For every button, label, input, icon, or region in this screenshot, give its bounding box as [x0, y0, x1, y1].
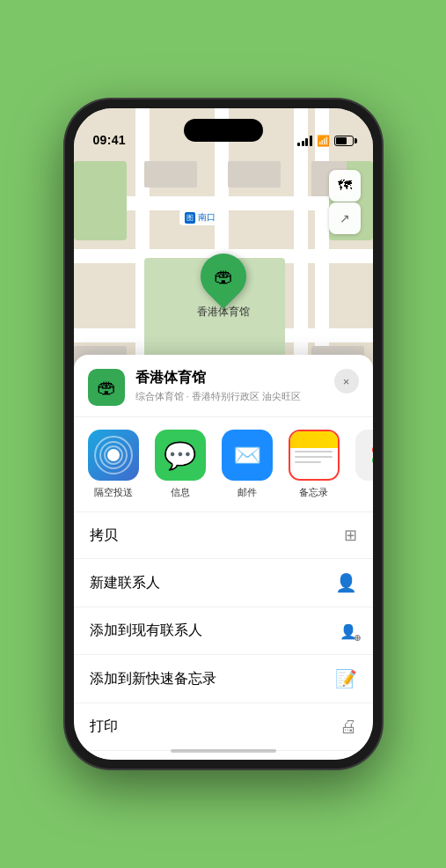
- venue-icon: 🏟: [88, 369, 125, 406]
- messages-icon-wrap: 💬: [155, 430, 206, 481]
- more-dots: [372, 446, 373, 464]
- signal-icon: [297, 136, 312, 146]
- new-contact-icon: 👤: [335, 572, 357, 593]
- mail-label: 邮件: [238, 486, 257, 499]
- venue-info: 香港体育馆 综合体育馆 · 香港特别行政区 油尖旺区: [135, 369, 324, 403]
- bottom-sheet: 🏟 香港体育馆 综合体育馆 · 香港特别行政区 油尖旺区 ×: [74, 355, 373, 760]
- location-button[interactable]: ↗: [329, 202, 361, 234]
- airdrop-label: 隔空投送: [94, 486, 133, 499]
- mail-icon-wrap: ✉️: [222, 430, 273, 481]
- messages-label: 信息: [171, 486, 190, 499]
- action-print[interactable]: 打印 🖨: [74, 703, 373, 751]
- copy-icon: ⊞: [344, 526, 357, 545]
- stadium-marker: 🏟 香港体育馆: [197, 254, 250, 320]
- add-existing-icon: 👤⊕: [340, 621, 357, 641]
- airdrop-icon: [88, 430, 139, 481]
- action-quicknote[interactable]: 添加到新快速备忘录 📝: [74, 655, 373, 703]
- marker-pin-icon: 🏟: [214, 265, 233, 288]
- phone-screen: 09:41 📶: [74, 108, 373, 760]
- status-icons: 📶: [297, 135, 354, 147]
- notes-lines: [295, 451, 333, 463]
- wifi-icon: 📶: [317, 135, 330, 147]
- share-item-messages[interactable]: 💬 信息: [150, 430, 211, 499]
- more-icon-wrap: [355, 430, 373, 481]
- status-time: 09:41: [93, 133, 126, 147]
- add-existing-label: 添加到现有联系人: [90, 622, 202, 640]
- quicknote-label: 添加到新快速备忘录: [90, 670, 216, 688]
- venue-header: 🏟 香港体育馆 综合体育馆 · 香港特别行政区 油尖旺区 ×: [74, 355, 373, 417]
- new-contact-label: 新建联系人: [90, 574, 160, 592]
- copy-label: 拷贝: [90, 526, 118, 545]
- map-controls: 🗺 ↗: [329, 170, 361, 234]
- dynamic-island: [184, 119, 263, 142]
- action-new-contact[interactable]: 新建联系人 👤: [74, 559, 373, 607]
- airdrop-icon-wrap: [88, 430, 139, 481]
- marker-pin: 🏟: [191, 244, 256, 309]
- share-item-notes[interactable]: 备忘录: [283, 430, 345, 499]
- map-view-button[interactable]: 🗺: [329, 170, 361, 202]
- close-button[interactable]: ×: [334, 369, 359, 394]
- battery-icon: [334, 136, 354, 146]
- action-copy[interactable]: 拷贝 ⊞: [74, 512, 373, 559]
- notes-top-bar: [290, 431, 338, 448]
- share-item-mail[interactable]: ✉️ 邮件: [216, 430, 278, 499]
- action-list: 拷贝 ⊞ 新建联系人 👤 添加到现有联系人 👤⊕ 添加到新快速备忘录 📝: [74, 512, 373, 751]
- phone-frame: 09:41 📶: [65, 99, 382, 769]
- print-icon: 🖨: [340, 717, 357, 737]
- quicknote-icon: 📝: [335, 668, 357, 689]
- print-label: 打印: [90, 717, 118, 736]
- share-item-airdrop[interactable]: 隔空投送: [83, 430, 144, 499]
- south-entrance-label: 南口: [179, 210, 221, 225]
- share-row: 隔空投送 💬 信息 ✉️ 邮件: [74, 417, 373, 512]
- venue-name: 香港体育馆: [135, 369, 324, 387]
- home-indicator: [171, 749, 276, 753]
- notes-icon-wrap: [289, 430, 340, 481]
- notes-label: 备忘录: [299, 486, 328, 499]
- venue-subtitle: 综合体育馆 · 香港特别行政区 油尖旺区: [135, 390, 324, 403]
- action-add-existing[interactable]: 添加到现有联系人 👤⊕: [74, 607, 373, 655]
- share-item-more[interactable]: 推: [350, 430, 373, 499]
